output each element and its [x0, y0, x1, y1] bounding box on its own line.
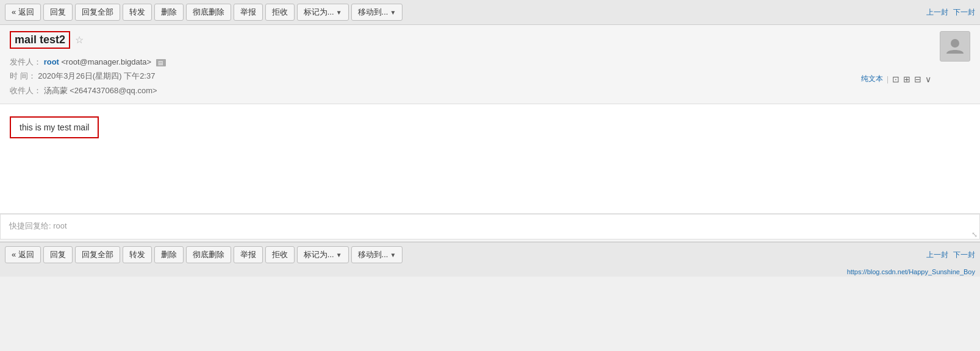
forward-button-bottom[interactable]: 转发 — [123, 246, 152, 263]
time-row: 时 间： 2020年3月26日(星期四) 下午2:37 — [10, 69, 970, 83]
reply-button-bottom[interactable]: 回复 — [43, 246, 73, 263]
delete-perm-button-bottom[interactable]: 彻底删除 — [186, 246, 231, 263]
prev-mail-link[interactable]: 上一封 — [926, 7, 948, 18]
reply-button[interactable]: 回复 — [43, 4, 73, 21]
from-label: 发件人： — [10, 57, 41, 66]
quick-reply-wrapper: ⤡ — [0, 214, 980, 241]
mail-subject: mail test2 — [10, 31, 70, 49]
footer-url-text: https://blog.csdn.net/Happy_Sunshine_Boy — [847, 268, 975, 275]
window-icon[interactable]: ⊡ — [892, 74, 900, 84]
mark-as-chevron-icon: ▼ — [336, 9, 342, 16]
back-button[interactable]: « 返回 — [5, 4, 41, 21]
next-mail-link[interactable]: 下一封 — [953, 7, 975, 18]
forward-button[interactable]: 转发 — [123, 4, 152, 21]
mark-as-chevron-bottom-icon: ▼ — [336, 252, 342, 258]
footer-url: https://blog.csdn.net/Happy_Sunshine_Boy — [0, 267, 980, 277]
move-to-button-bottom[interactable]: 移动到... ▼ — [351, 246, 403, 263]
quick-reply-area: ⤡ — [0, 214, 980, 242]
to-row: 收件人： 汤高蒙 <2647437068@qq.com> — [10, 83, 970, 98]
reply-all-button[interactable]: 回复全部 — [75, 4, 120, 21]
move-to-chevron-bottom-icon: ▼ — [390, 252, 396, 258]
top-toolbar: « 返回 回复 回复全部 转发 删除 彻底删除 举报 拒收 标记为... ▼ 移… — [0, 0, 980, 25]
from-row: 发件人： root <root@manager.bigdata> ▤ — [10, 55, 970, 69]
print-icon[interactable]: ⊟ — [914, 74, 921, 84]
star-icon[interactable]: ☆ — [75, 34, 84, 46]
view-options-divider: | — [887, 75, 889, 83]
delete-button[interactable]: 删除 — [154, 4, 184, 21]
report-button[interactable]: 举报 — [234, 4, 263, 21]
back-button-bottom[interactable]: « 返回 — [5, 246, 41, 263]
bottom-nav-buttons: 上一封 下一封 — [926, 250, 975, 260]
delete-perm-button[interactable]: 彻底删除 — [186, 4, 231, 21]
mark-as-button-bottom[interactable]: 标记为... ▼ — [297, 246, 349, 263]
mark-as-button[interactable]: 标记为... ▼ — [297, 4, 349, 21]
time-value: 2020年3月26日(星期四) 下午2:37 — [38, 71, 155, 80]
time-label: 时 间： — [10, 71, 36, 80]
view-options: 纯文本 | ⊡ ⊞ ⊟ ∨ — [861, 74, 931, 84]
plain-text-link[interactable]: 纯文本 — [861, 74, 883, 84]
to-value: 汤高蒙 <2647437068@qq.com> — [44, 86, 157, 95]
sender-name: root — [44, 57, 59, 66]
move-to-chevron-icon: ▼ — [390, 9, 396, 16]
next-mail-link-bottom[interactable]: 下一封 — [953, 250, 975, 260]
nav-buttons: 上一封 下一封 — [926, 7, 975, 18]
sender-email: <root@manager.bigdata> — [62, 57, 152, 66]
move-to-button[interactable]: 移动到... ▼ — [351, 4, 403, 21]
to-label: 收件人： — [10, 86, 41, 95]
report-button-bottom[interactable]: 举报 — [234, 246, 263, 263]
mail-header: mail test2 ☆ 发件人： root <root@manager.big… — [0, 25, 980, 104]
resize-handle-icon[interactable]: ⤡ — [971, 230, 978, 239]
subject-row: mail test2 ☆ — [10, 31, 970, 49]
mail-meta: 发件人： root <root@manager.bigdata> ▤ 时 间： … — [10, 55, 970, 98]
svg-point-0 — [951, 39, 959, 48]
mail-body: this is my test mail — [0, 104, 980, 214]
avatar-icon — [945, 37, 965, 56]
reject-button[interactable]: 拒收 — [265, 4, 295, 21]
delete-button-bottom[interactable]: 删除 — [154, 246, 184, 263]
bottom-toolbar: « 返回 回复 回复全部 转发 删除 彻底删除 举报 拒收 标记为... ▼ 移… — [0, 242, 980, 267]
avatar — [940, 31, 970, 62]
prev-mail-link-bottom[interactable]: 上一封 — [926, 250, 948, 260]
more-view-icon[interactable]: ∨ — [925, 74, 931, 84]
reject-button-bottom[interactable]: 拒收 — [265, 246, 295, 263]
address-book-icon[interactable]: ▤ — [156, 59, 166, 66]
quick-reply-input[interactable] — [0, 214, 980, 239]
reply-all-button-bottom[interactable]: 回复全部 — [75, 246, 120, 263]
mail-content: this is my test mail — [10, 116, 99, 138]
popup-icon[interactable]: ⊞ — [903, 74, 910, 84]
